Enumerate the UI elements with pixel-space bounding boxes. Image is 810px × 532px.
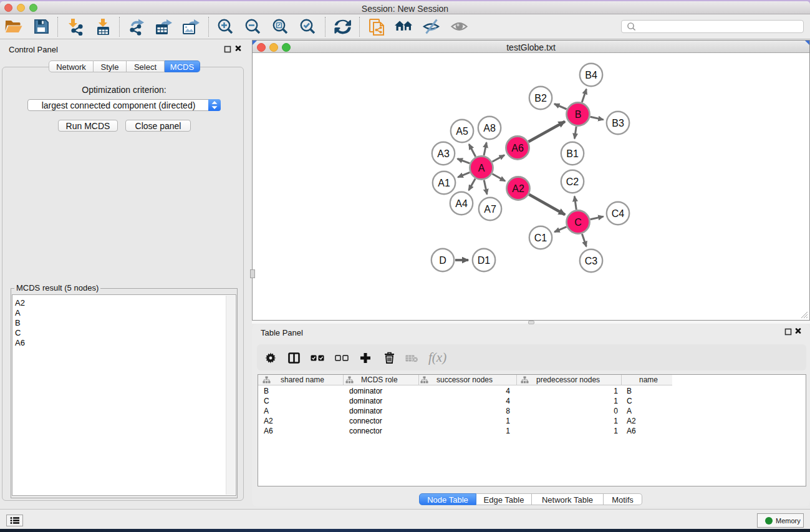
svg-text:B4: B4 [585,70,597,80]
svg-text:A4: A4 [455,198,468,209]
svg-text:A2: A2 [512,183,524,194]
svg-text:A: A [478,163,485,173]
svg-text:A8: A8 [483,123,496,133]
svg-text:A3: A3 [437,148,450,159]
svg-text:B: B [575,109,582,120]
svg-text:C: C [574,217,582,228]
svg-text:C2: C2 [566,177,579,187]
svg-text:B2: B2 [534,93,547,104]
svg-text:A7: A7 [484,204,496,215]
svg-text:D: D [439,255,446,266]
svg-text:C1: C1 [534,233,547,243]
svg-text:D1: D1 [478,255,491,266]
svg-text:B1: B1 [566,148,579,159]
svg-text:B3: B3 [612,118,624,128]
svg-text:A1: A1 [438,178,450,188]
svg-text:C4: C4 [612,208,625,219]
svg-text:A5: A5 [456,126,468,137]
svg-text:A6: A6 [511,143,524,153]
svg-text:C3: C3 [585,256,598,266]
